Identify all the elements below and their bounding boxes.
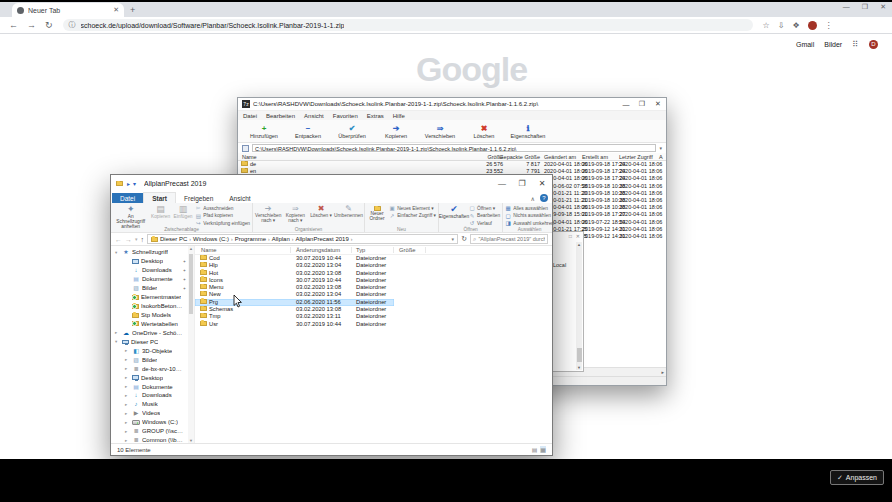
file-row[interactable]: Icons 30.07.2019 10:44 Dateiordner	[195, 277, 394, 284]
search-input[interactable]	[478, 236, 545, 242]
nav-item[interactable]: Desktop ✦	[111, 257, 188, 266]
details-view-button[interactable]: ▤	[532, 446, 538, 453]
new-tab-button[interactable]: +	[130, 5, 135, 15]
scroll-up-icon[interactable]: ▲	[188, 246, 194, 251]
nav-item[interactable]: ▾ Dieser PC	[111, 337, 188, 346]
sliver-maximize-icon[interactable]: □	[569, 233, 572, 241]
page-avatar[interactable]: D	[869, 40, 878, 49]
breadcrumb-dropdown-icon[interactable]: ▾	[452, 236, 455, 242]
expand-arrow-icon[interactable]: ▾	[115, 339, 120, 344]
nav-item[interactable]: ▸ Desktop	[111, 373, 188, 382]
archive-path-field[interactable]: C:\Users\RASHDVW\Downloads\Schoeck.Isoli…	[252, 144, 656, 152]
customize-button[interactable]: ✓ Anpassen	[830, 470, 884, 485]
scroll-thumb[interactable]	[577, 348, 582, 362]
file-row[interactable]: New 03.02.2020 13:04 Dateiordner	[195, 291, 394, 298]
nav-item[interactable]: ▾ ★ Schnellzugriff	[111, 248, 188, 257]
expand-arrow-icon[interactable]: ▸	[125, 402, 130, 407]
ribbon-small-button[interactable]: ↺ Verlauf	[469, 220, 500, 226]
browser-menu-icon[interactable]: ⋮	[825, 21, 833, 30]
ribbon-collapse-icon[interactable]: ∧	[531, 195, 535, 202]
qat-dropdown-icon[interactable]: ▾	[133, 180, 136, 187]
breadcrumb[interactable]: Dieser PC › Windows (C:) › Programme › A…	[147, 234, 458, 244]
breadcrumb-segment[interactable]: Programme ›	[235, 236, 270, 242]
archive-toolbar-button[interactable]: ✖ Löschen	[462, 124, 506, 139]
expand-arrow-icon[interactable]: ▸	[125, 411, 130, 416]
bookmark-star-icon[interactable]: ☆	[763, 21, 770, 30]
nav-item[interactable]: ▸ ↓ Downloads	[111, 391, 188, 400]
archive-toolbar-button[interactable]: + Hinzufügen	[242, 124, 286, 139]
tab-start[interactable]: Start	[143, 192, 176, 203]
browser-tab[interactable]: Neuer Tab ✕	[12, 3, 124, 17]
expand-arrow-icon[interactable]: ▸	[125, 384, 130, 389]
archive-toolbar-button[interactable]: − Entpacken	[286, 124, 330, 139]
archive-minimize-button[interactable]: —	[618, 101, 634, 108]
archive-row[interactable]: de 26 576 7 817 2020-04-01 18:06 2019-09…	[238, 161, 666, 168]
paste-button[interactable]: ▥ Einfügen	[173, 204, 193, 225]
expand-arrow-icon[interactable]: ▸	[125, 438, 130, 443]
nav-item[interactable]: ▸ Windows (C:)	[111, 418, 188, 427]
expand-arrow-icon[interactable]: ▸	[125, 420, 130, 425]
archive-menu-item[interactable]: Extras	[367, 113, 384, 119]
gmail-link[interactable]: Gmail	[796, 41, 814, 48]
expand-arrow-icon[interactable]: ▸	[115, 330, 120, 335]
browser-maximize-button[interactable]: ❐	[862, 3, 868, 11]
forward-button[interactable]: →	[27, 20, 36, 30]
archive-menu-item[interactable]: Hilfe	[393, 113, 405, 119]
ribbon-small-button[interactable]: ▤ Pfad kopieren	[195, 213, 250, 219]
new-folder-button[interactable]: Neuer Ordner	[367, 204, 387, 225]
tab-datei[interactable]: Datei	[112, 193, 143, 203]
expand-arrow-icon[interactable]: ▸	[125, 429, 130, 434]
nav-item[interactable]: ▸ ▶ Videos	[111, 409, 188, 418]
explorer-minimize-button[interactable]: —	[492, 179, 512, 188]
breadcrumb-segment[interactable]: Windows (C:) ›	[193, 236, 233, 242]
nav-item[interactable]: ▸ ☁ OneDrive - Schöck Bauteile G	[111, 328, 188, 337]
ribbon-small-button[interactable]: ◨ Auswahl umkehren	[505, 220, 554, 226]
nav-item[interactable]: ▸ ♪ Musik	[111, 400, 188, 409]
nav-item[interactable]: ▸ ▤ Dokumente	[111, 382, 188, 391]
ribbon-stack-button[interactable]: ⇒ Kopieren nach ▾	[283, 204, 307, 225]
expand-arrow-icon[interactable]: ▾	[115, 250, 120, 255]
file-row[interactable]: Menu 03.02.2020 13:08 Dateiordner	[195, 284, 394, 291]
expand-arrow-icon[interactable]: ▸	[125, 348, 130, 353]
nav-item[interactable]: ↓ Downloads ✦	[111, 266, 188, 275]
ribbon-small-button[interactable]: ✂ Ausschneiden	[195, 205, 250, 211]
nav-scrollbar[interactable]: ▲ ▼	[188, 246, 194, 443]
explorer-close-button[interactable]: ✕	[532, 179, 552, 188]
explorer-forward-button[interactable]: →	[125, 236, 132, 243]
browser-close-button[interactable]: ✕	[880, 3, 886, 11]
browser-avatar[interactable]	[808, 21, 817, 30]
tab-close-icon[interactable]: ✕	[113, 6, 119, 14]
ribbon-stack-button[interactable]: ➔ Verschieben nach ▾	[255, 204, 281, 225]
ribbon-small-button[interactable]: ▢ Öffnen ▾	[469, 205, 500, 211]
ribbon-small-button[interactable]: ✎ Bearbeiten	[469, 213, 500, 219]
properties-button[interactable]: ✔ Eigenschaften	[441, 204, 467, 225]
scroll-down-icon[interactable]: ▼	[576, 365, 582, 370]
recent-locations-icon[interactable]: ▾	[135, 236, 138, 242]
explorer-back-button[interactable]: ←	[115, 236, 122, 243]
archive-path-dropdown-icon[interactable]: ▾	[659, 145, 662, 151]
extensions-icon[interactable]: ❖	[792, 21, 799, 30]
archive-maximize-button[interactable]: ❐	[634, 100, 650, 108]
nav-item[interactable]: ▸ ≣ de-bx-srv-106.datacenter	[111, 364, 188, 373]
ribbon-small-button[interactable]: ▣ Neues Element ▾	[389, 205, 436, 211]
apps-grid-icon[interactable]: ⠿	[852, 40, 859, 49]
explorer-maximize-button[interactable]: ❐	[512, 179, 532, 188]
nav-item[interactable]: ▸ ≣ Common (\\bartl) (S:)	[111, 436, 188, 443]
archive-menu-item[interactable]: Datei	[243, 113, 257, 119]
ribbon-stack-button[interactable]: ✎ Umbenennen	[335, 204, 362, 225]
archive-toolbar-button[interactable]: ✔ Überprüfen	[330, 124, 374, 139]
file-row[interactable]: Schemas 03.02.2020 13:08 Dateiordner	[195, 306, 394, 313]
copy-button[interactable]: ▤ Kopieren	[150, 204, 170, 225]
archive-menu-item[interactable]: Ansicht	[304, 113, 324, 119]
explorer-up-button[interactable]: ↑	[141, 236, 145, 243]
breadcrumb-segment[interactable]: Dieser PC ›	[160, 236, 191, 242]
breadcrumb-segment[interactable]: Allplan ›	[272, 236, 294, 242]
sliver-scrollbar[interactable]: ▲ ▼	[576, 242, 582, 370]
search-box[interactable]: ⌕	[470, 234, 548, 244]
nav-item[interactable]: ▸ ◧ 3D-Objekte	[111, 346, 188, 355]
archive-toolbar-button[interactable]: ⇒ Verschieben	[418, 124, 462, 139]
file-row[interactable]: Prg 02.06.2020 11:56 Dateiordner	[195, 299, 394, 306]
archive-toolbar-button[interactable]: ℹ Eigenschaften	[506, 124, 550, 139]
file-row[interactable]: Cod 30.07.2019 10:44 Dateiordner	[195, 255, 394, 262]
nav-item[interactable]: Elementmaster	[111, 293, 188, 302]
